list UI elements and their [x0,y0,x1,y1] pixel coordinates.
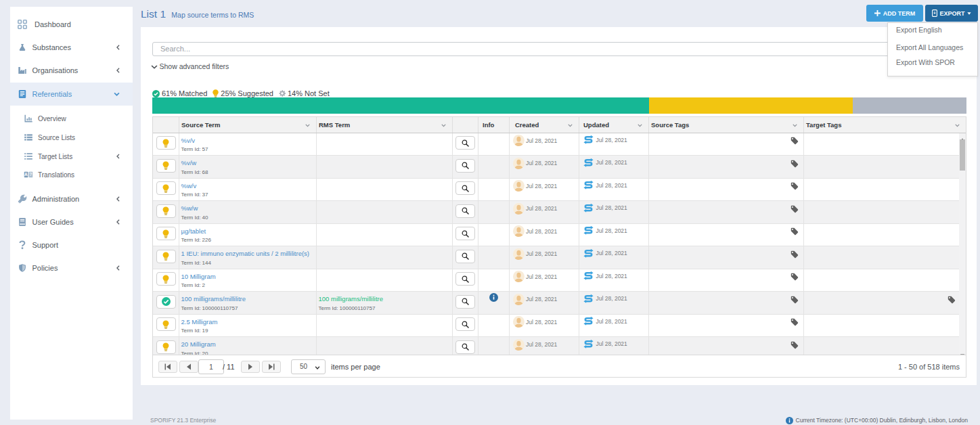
svg-text:?: ? [30,172,32,177]
svg-text:A: A [24,172,28,177]
